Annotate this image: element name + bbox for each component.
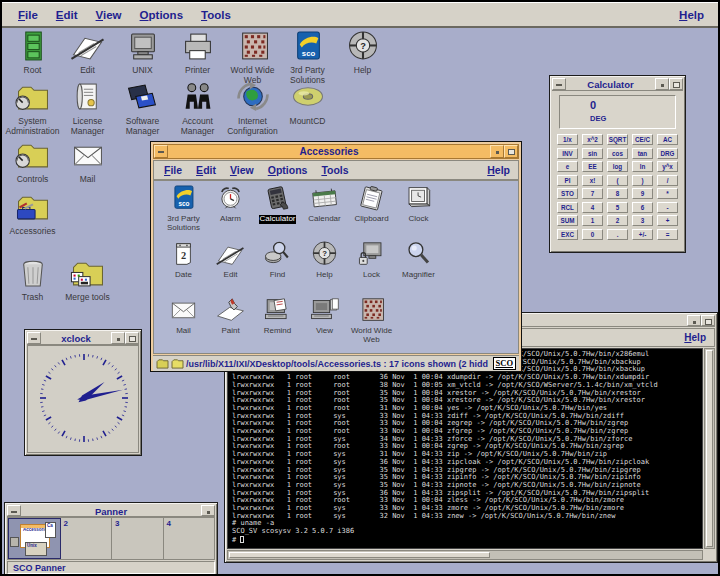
terminal-menu-help[interactable]: Help [684, 332, 706, 343]
calc-btn-2[interactable]: 2 [607, 215, 628, 226]
calc-btn-EXC[interactable]: EXC [557, 229, 578, 240]
xclock-titlebar[interactable]: xclock [27, 332, 139, 345]
calc-btn-)[interactable]: ) [632, 175, 653, 186]
calc-btn-=[interactable]: = [657, 229, 678, 240]
accessories-icon-clock[interactable]: Clock [395, 185, 442, 241]
menu-options[interactable]: Options [268, 164, 308, 176]
accessories-icon-3rd-party-solutions[interactable]: sco3rd Party Solutions [160, 185, 207, 241]
desktop-icon-edit[interactable]: Edit [60, 31, 115, 85]
workspace-4[interactable]: 4 [164, 518, 215, 559]
accessories-icon-clipboard[interactable]: Clipboard [348, 185, 395, 241]
calc-btn-DRG[interactable]: DRG [657, 148, 678, 159]
calc-btn-PI[interactable]: PI [557, 175, 578, 186]
desktop-icon-mountcd[interactable]: MountCD [280, 82, 335, 136]
desktop-icon-world-wide-web[interactable]: World Wide Web [225, 31, 280, 85]
accessories-menu-help[interactable]: Help [487, 164, 510, 176]
menu-edit[interactable]: Edit [196, 164, 216, 176]
panner-titlebar[interactable]: Panner [7, 505, 215, 517]
minimize-button[interactable] [7, 505, 21, 516]
accessories-icon-remind[interactable]: Remind [254, 297, 301, 353]
maximize-button[interactable] [504, 145, 518, 158]
menu-button[interactable] [490, 145, 504, 158]
desktop-icon-accessories[interactable]: Accessories [5, 192, 60, 237]
calculator-titlebar[interactable]: Calculator [552, 78, 683, 91]
menu-button[interactable] [655, 78, 669, 90]
minimize-button[interactable] [552, 78, 566, 90]
minimize-button[interactable] [154, 145, 168, 158]
terminal-horizontal-scrollbar[interactable] [227, 550, 703, 560]
menu-options[interactable]: Options [140, 9, 183, 21]
calc-btn-5[interactable]: 5 [607, 202, 628, 213]
desktop-icon-software-manager[interactable]: Software Manager [115, 82, 170, 136]
menu-button[interactable] [687, 315, 701, 326]
workspace-2[interactable]: 2 [61, 518, 113, 559]
accessories-icon-find[interactable]: Find [254, 241, 301, 297]
calc-btn-STO[interactable]: STO [557, 188, 578, 199]
calc-btn-RCL[interactable]: RCL [557, 202, 578, 213]
menu-file[interactable]: File [164, 164, 182, 176]
desktop-icon-printer[interactable]: Printer [170, 31, 225, 85]
calc-btn-SUM[interactable]: SUM [557, 215, 578, 226]
calc-btn-6[interactable]: 6 [632, 202, 653, 213]
calc-btn-sin[interactable]: sin [582, 148, 603, 159]
calc-btn-x^2[interactable]: x^2 [582, 134, 603, 145]
calc-btn-AC[interactable]: AC [657, 134, 678, 145]
terminal-vertical-scrollbar[interactable] [704, 348, 715, 549]
desktop-icon-help[interactable]: ?Help [335, 31, 390, 85]
menu-help[interactable]: Help [679, 9, 704, 21]
accessories-icon-mail[interactable]: Mail [160, 297, 207, 353]
menu-tools[interactable]: Tools [321, 164, 348, 176]
calc-btn-INV[interactable]: INV [557, 148, 578, 159]
accessories-icon-world-wide-web[interactable]: World Wide Web [348, 297, 395, 353]
menu-file[interactable]: File [18, 9, 38, 21]
desktop-icon-license-manager[interactable]: License Manager [60, 82, 115, 136]
calc-btn-+[interactable]: + [657, 215, 678, 226]
workspace-1[interactable]: Accessorie Ca Unix [8, 518, 61, 559]
maximize-button[interactable] [125, 332, 139, 344]
calc-btn-+/-[interactable]: +/- [632, 229, 653, 240]
menu-button[interactable] [201, 505, 215, 516]
calc-btn-7[interactable]: 7 [582, 188, 603, 199]
desktop-icon-system-administration[interactable]: System Administration [5, 82, 60, 136]
accessories-titlebar[interactable]: Accessories [153, 144, 519, 159]
calc-btn-1[interactable]: 1 [582, 215, 603, 226]
accessories-icon-help[interactable]: ?Help [301, 241, 348, 297]
calc-btn-e[interactable]: e [557, 161, 578, 172]
desktop-icon-account-manager[interactable]: Account Manager [170, 82, 225, 136]
accessories-icon-alarm[interactable]: Alarm [207, 185, 254, 241]
workspace-3[interactable]: 3 [112, 518, 164, 559]
menu-button[interactable] [111, 332, 125, 344]
desktop-icon-unix[interactable]: UNIX [115, 31, 170, 85]
calc-btn-1/x[interactable]: 1/x [557, 134, 578, 145]
accessories-icon-view[interactable]: View [301, 297, 348, 353]
accessories-icon-magnifier[interactable]: Magnifier [395, 241, 442, 297]
accessories-icon-date[interactable]: 2Date [160, 241, 207, 297]
accessories-icon-paint[interactable]: Paint [207, 297, 254, 353]
minimize-button[interactable] [27, 332, 41, 344]
desktop-icon-3rd-party-solutions[interactable]: sco3rd Party Solutions [280, 31, 335, 85]
desktop-icon-mail[interactable]: Mail [60, 140, 115, 185]
calc-btn-0[interactable]: 0 [582, 229, 603, 240]
calc-btn-EE[interactable]: EE [582, 161, 603, 172]
calc-btn-CE/C[interactable]: CE/C [632, 134, 653, 145]
calc-btn--[interactable]: - [657, 202, 678, 213]
desktop-icon-internet-configuration[interactable]: Internet Configuration [225, 82, 280, 136]
menu-view[interactable]: View [230, 164, 254, 176]
calc-btn-*[interactable]: * [657, 188, 678, 199]
calc-btn-x![interactable]: x! [582, 175, 603, 186]
menu-tools[interactable]: Tools [201, 9, 231, 21]
terminal-content[interactable]: lrwxrwxrwx 1 root root 36 Nov 1 00:04 x2… [227, 348, 703, 549]
calc-btn-SQRT[interactable]: SQRT [607, 134, 628, 145]
maximize-button[interactable] [701, 315, 715, 326]
desktop-icon-root[interactable]: Root [5, 31, 60, 85]
calc-btn-ln[interactable]: ln [632, 161, 653, 172]
calc-btn-.[interactable]: . [607, 229, 628, 240]
desktop-icon-merge-tools[interactable]: Merge tools [60, 258, 115, 303]
desktop-icon-controls[interactable]: Controls [5, 140, 60, 185]
desktop-icon-trash[interactable]: Trash [5, 258, 60, 303]
calc-btn-cos[interactable]: cos [607, 148, 628, 159]
accessories-icon-edit[interactable]: Edit [207, 241, 254, 297]
calc-btn-/[interactable]: / [657, 175, 678, 186]
calc-btn-8[interactable]: 8 [607, 188, 628, 199]
calc-btn-4[interactable]: 4 [582, 202, 603, 213]
